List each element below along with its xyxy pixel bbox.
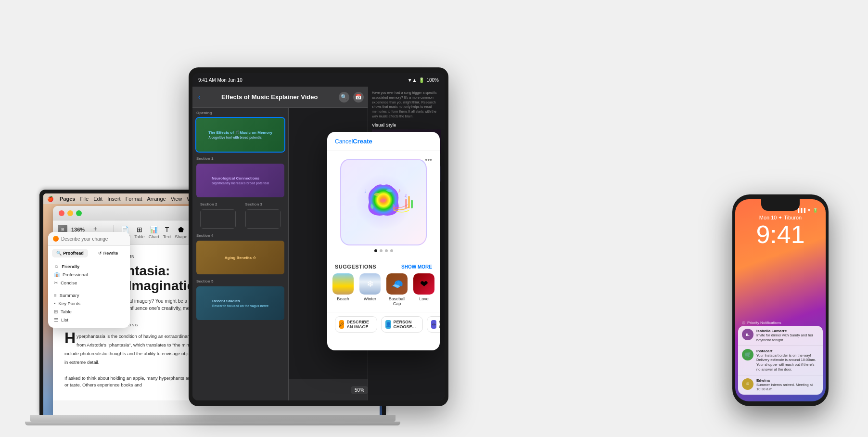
menu-insert[interactable]: Insert: [107, 196, 121, 202]
suggestion-love[interactable]: ❤ Love: [413, 273, 434, 306]
slide-thumb-s4[interactable]: Aging Benefits ☆: [196, 241, 284, 274]
ipad-status-icons: ▼▲ 🔋 100%: [408, 77, 439, 83]
image-more-btn[interactable]: •••: [425, 156, 432, 164]
ai-writing-panel: Describe your change 🔍 Proofread ↺ Rewri…: [48, 232, 130, 328]
notif-isabella-content: Isabella Lamarre Invite for dinner with …: [756, 329, 819, 343]
iphone-notch: [761, 199, 800, 211]
slide-thumb-s1[interactable]: Neurological Connections Significantly i…: [196, 164, 284, 197]
menu-format[interactable]: Format: [126, 196, 142, 202]
ipad-screen: 9:41 AM Mon Jun 10 ▼▲ 🔋 100% ‹ Effects o…: [192, 73, 445, 400]
slide-thumb-opening[interactable]: The Effects of 🎵Music on Memory A cognit…: [196, 118, 284, 152]
avatar-isabella: IL: [742, 329, 753, 340]
slide-thumb-s5[interactable]: Recent Studies Research focused on the v…: [196, 286, 284, 320]
modal-create-options: 🖋 DESCRIBE AN IMAGE 👤: [327, 312, 440, 336]
ai-option-professional[interactable]: 👔 Professional: [52, 270, 126, 279]
create-person-btn[interactable]: 👤 PERSON CHOOSE...: [381, 316, 423, 333]
zoom-indicator[interactable]: 50%: [351, 386, 368, 394]
toolbar-shape[interactable]: ⬟ Shape: [175, 226, 187, 239]
keynote-calendar-icon[interactable]: 📅: [353, 92, 364, 103]
generated-image: ♪ ♫ ♩: [340, 159, 427, 245]
toolbar-table[interactable]: ⊞ Table: [134, 226, 145, 239]
ai-option-table[interactable]: ⊞ Table: [52, 308, 126, 316]
ai-panel-header: Describe your change: [48, 232, 130, 246]
create-option-describe-text: DESCRIBE AN IMAGE: [346, 320, 372, 329]
modal-create-btn[interactable]: Create: [353, 138, 372, 145]
ai-option-summary[interactable]: ≡ Summary: [52, 291, 126, 299]
ipad-right-notes: Have you ever had a song trigger a speci…: [372, 90, 441, 119]
person-icon: 👤: [385, 320, 391, 329]
suggestion-thumb-love: ❤: [413, 273, 434, 295]
notif-sender-edwina: Edwina: [756, 378, 819, 383]
ipad: 9:41 AM Mon Jun 10 ▼▲ 🔋 100% ‹ Effects o…: [189, 67, 448, 406]
keynote-search-icon[interactable]: 🔍: [339, 92, 349, 103]
create-describe-btn[interactable]: 🖋 DESCRIBE AN IMAGE: [335, 316, 377, 333]
notifications-card: IL Isabella Lamarre Invite for dinner wi…: [738, 326, 823, 395]
keynote-doc-title: Effects of Music Explainer Video: [205, 93, 334, 101]
ai-option-list[interactable]: ☰ List: [52, 316, 126, 324]
ai-option-concise[interactable]: ✂ Concise: [52, 279, 126, 287]
maximize-button[interactable]: [76, 210, 82, 216]
menu-view[interactable]: View: [171, 196, 182, 202]
modal-suggestions-header: SUGGESTIONS SHOW MORE: [327, 260, 440, 273]
menu-edit[interactable]: Edit: [93, 196, 102, 202]
back-button[interactable]: ‹: [198, 93, 200, 101]
ai-tab-rewrite[interactable]: ↺ Rewrite: [90, 249, 126, 257]
svg-rect-6: [411, 200, 413, 208]
suggestion-label-baseball: Baseball Cap: [386, 296, 408, 306]
keynote-slides-area: Opening The Effects of 🎵Music on Memory …: [192, 108, 445, 400]
suggestion-label-love: Love: [419, 296, 429, 301]
ai-option-friendly[interactable]: ☺ Friendly: [52, 262, 126, 270]
suggestion-thumb-baseball: 🧢: [386, 273, 408, 295]
create-style-btn[interactable]: ✏ STYLE SKETCH: [427, 316, 440, 333]
suggestion-beach[interactable]: Beach: [332, 273, 354, 306]
dot-4: [390, 249, 393, 252]
apple-menu[interactable]: 🍎: [47, 196, 54, 202]
notif-instacart[interactable]: 🛒 Instacart Your Instacart order is on t…: [738, 346, 823, 375]
slide-label-s2: Section 2: [196, 199, 240, 207]
svg-text:♩: ♩: [364, 188, 367, 193]
suggestion-thumb-winter: ❄: [359, 273, 381, 295]
ipad-wifi-icon: ▼▲: [408, 77, 417, 83]
modal-image-area: ♪ ♫ ♩: [327, 151, 440, 260]
suggestions-grid: Mountains Beach ❄: [327, 273, 440, 312]
toolbar-chart[interactable]: 📊 Chart: [149, 226, 159, 239]
slides-panel: Opening The Effects of 🎵Music on Memory …: [192, 108, 289, 400]
image-creation-modal: Cancel Create: [327, 132, 440, 350]
suggestion-baseball[interactable]: 🧢 Baseball Cap: [386, 273, 408, 306]
slide-thumb-s3[interactable]: [245, 209, 281, 229]
visual-style-title: Visual Style: [372, 123, 441, 128]
macbook-base: [30, 415, 396, 422]
iphone-status-icons: ▐▐▐ ▼ 🔋: [796, 208, 818, 213]
modal-cancel-btn[interactable]: Cancel: [335, 138, 353, 145]
notif-edwina[interactable]: E Edwina Summer interns arrived. Meeting…: [738, 375, 823, 395]
menu-pages[interactable]: Pages: [60, 196, 75, 202]
notif-text-isabella: Invite for dinner with Sandy and her boy…: [756, 333, 819, 343]
menu-arrange[interactable]: Arrange: [147, 196, 166, 202]
iphone: ▐▐▐ ▼ 🔋 Mon 10 ✦ Tiburon 9:41 ◎ Priority…: [732, 194, 829, 406]
toolbar-text[interactable]: T Text: [163, 226, 171, 239]
minimize-button[interactable]: [67, 210, 73, 216]
menu-file[interactable]: File: [80, 196, 89, 202]
priority-icon: ◎: [742, 321, 745, 325]
suggestion-winter[interactable]: ❄ Winter: [359, 273, 381, 306]
suggestion-thumb-beach: [332, 273, 354, 295]
notif-instacart-content: Instacart Your Instacart order is on the…: [756, 349, 819, 372]
main-scene: 🍎 Pages File Edit Insert Format Arrange …: [25, 12, 843, 425]
ipad-battery-pct: 100%: [426, 77, 439, 83]
ai-header-icon: [53, 236, 59, 242]
ai-option-key-points[interactable]: • Key Points: [52, 299, 126, 308]
notif-text-edwina: Summer interns arrived. Meeting at 10:30…: [756, 383, 819, 392]
iphone-wifi-icon: ▼: [807, 208, 811, 213]
close-button[interactable]: [59, 210, 64, 216]
show-more-btn[interactable]: SHOW MORE: [401, 264, 432, 270]
ai-tab-proofread[interactable]: 🔍 Proofread: [52, 249, 88, 257]
describe-icon: 🖋: [339, 320, 344, 329]
avatar-instacart: 🛒: [742, 349, 753, 360]
svg-rect-4: [405, 199, 407, 208]
keynote-slide-view: Cancel Create: [289, 108, 445, 379]
slide-thumb-s2[interactable]: [200, 209, 236, 229]
slide-label-s5: Section 5: [192, 276, 288, 284]
notif-isabella[interactable]: IL Isabella Lamarre Invite for dinner wi…: [738, 326, 823, 346]
priority-header: ◎ Priority Notifications: [738, 319, 823, 326]
suggestion-label-beach: Beach: [337, 296, 349, 301]
